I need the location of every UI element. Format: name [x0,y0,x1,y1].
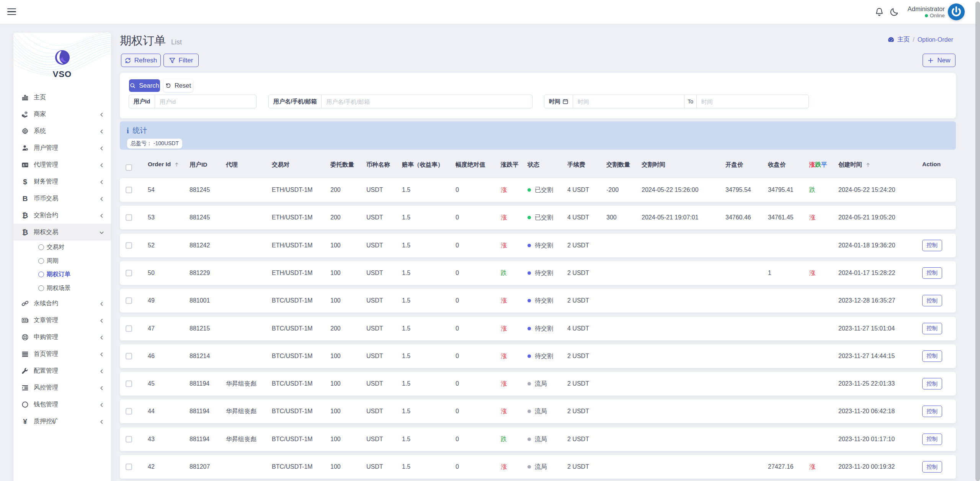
sidebar-item-14[interactable]: 配置管理 [13,362,111,379]
sidebar-item-10[interactable]: 永续合约 [13,295,111,312]
row-checkbox[interactable] [126,298,132,304]
filter-time-label: 时间 [549,98,560,105]
cell-coin: USDT [366,353,383,360]
letter-b-icon: B [21,195,29,202]
row-checkbox[interactable] [126,408,132,415]
control-button[interactable]: 控制 [922,267,942,279]
cell-pair: ETH/USDT-1M [272,214,313,221]
cell-odds: 1.5 [402,297,410,304]
sidebar-item-1[interactable]: 主页 [13,89,111,106]
sidebar-subitem-周期[interactable]: 周期 [13,254,111,268]
status-dot [528,465,531,469]
cell-odds: 1.5 [402,214,410,221]
sidebar-subitem-交易对[interactable]: 交易对 [13,240,111,254]
row-checkbox[interactable] [126,242,132,249]
cell-close_price: 34761.45 [768,214,794,221]
cell-order_id: 50 [148,270,155,276]
sidebar-item-16[interactable]: 钱包管理 [13,396,111,413]
row-checkbox[interactable] [126,381,132,387]
order-row-43: 43881194华昇组丧彪BTC/USDT-1M100USDT1.50跌流局2 … [120,427,956,451]
hamburger-menu-button[interactable] [7,8,16,16]
refresh-button[interactable]: Refresh [121,54,161,67]
row-checkbox[interactable] [126,187,132,193]
sidebar-item-label: 质押挖矿 [34,417,58,425]
cell-amount: 100 [330,353,341,360]
new-button[interactable]: New [923,54,956,67]
notifications-bell-icon[interactable] [874,7,884,17]
row-checkbox[interactable] [126,325,132,332]
sidebar-item-2[interactable]: 商家 [13,106,111,123]
control-button[interactable]: 控制 [922,378,942,389]
sidebar-item-label: 首页管理 [34,350,58,358]
sidebar-item-6[interactable]: $财务管理 [13,173,111,190]
reset-icon [165,83,171,88]
row-checkbox[interactable] [126,270,132,276]
cell-coin: USDT [366,463,383,470]
user-avatar[interactable] [948,3,965,20]
cell-fee: 4 USDT [567,187,589,193]
column-header-created[interactable]: 创建时间 [838,161,871,169]
sidebar-item-15[interactable]: 风控管理 [13,379,111,396]
control-button[interactable]: 控制 [922,350,942,362]
cell-user_id: 881229 [189,270,210,276]
sidebar-item-12[interactable]: 申购管理 [13,329,111,345]
row-checkbox[interactable] [126,436,132,442]
control-button[interactable]: 控制 [922,406,942,417]
cell-agent: 华昇组丧彪 [226,407,256,416]
control-button[interactable]: 控制 [922,295,942,306]
cell-delivery_qty: 300 [606,214,617,221]
cell-updown2: 涨 [809,269,815,277]
sidebar-item-label: 交割合约 [34,211,58,219]
chevron-left-icon [99,196,104,201]
column-header-user_id: 用户ID [189,161,207,169]
cell-status: 待交割 [535,269,553,277]
time-from-input[interactable] [573,95,684,108]
cell-updown: 涨 [501,214,507,222]
cell-open_price: 34795.54 [725,187,751,193]
sidebar-item-4[interactable]: 用户管理 [13,139,111,156]
cell-updown: 涨 [501,352,507,360]
cell-amplitude: 0 [456,408,459,415]
sidebar-item-3[interactable]: 系统 [13,123,111,139]
sidebar-item-13[interactable]: 首页管理 [13,345,111,362]
sidebar-item-8[interactable]: ₿交割合约 [13,207,111,224]
sidebar-subitem-期权订单[interactable]: 期权订单 [13,268,111,281]
cell-status: 流局 [535,407,547,416]
cell-amount: 100 [330,242,341,249]
cell-order_id: 46 [148,353,155,360]
breadcrumb-home-link[interactable]: 主页 [897,36,910,44]
search-button[interactable]: Search [129,79,160,92]
select-all-checkbox[interactable] [126,164,132,171]
sidebar-item-9[interactable]: ₿期权交易 [13,224,111,240]
cell-fee: 2 USDT [567,270,589,276]
status-dot [528,244,531,247]
sidebar-subitem-label: 周期 [47,257,59,265]
control-button[interactable]: 控制 [922,240,942,251]
filter-button[interactable]: Filter [163,54,199,67]
sidebar-item-label: 钱包管理 [34,401,58,409]
column-header-order_id[interactable]: Order Id [148,161,179,168]
time-to-input[interactable] [697,95,808,108]
sidebar-item-17[interactable]: ¥质押挖矿 [13,413,111,430]
cell-odds: 1.5 [402,187,410,193]
row-checkbox[interactable] [126,353,132,359]
control-button[interactable]: 控制 [922,461,942,473]
dark-mode-moon-icon[interactable] [889,7,899,17]
page-scrollbar[interactable] [975,2,980,481]
user-id-input[interactable] [155,95,256,108]
sidebar-item-7[interactable]: B币币交易 [13,190,111,207]
row-checkbox[interactable] [126,464,132,470]
sidebar-item-11[interactable]: 文章管理 [13,312,111,329]
control-button[interactable]: 控制 [922,323,942,334]
row-checkbox[interactable] [126,214,132,221]
control-button[interactable]: 控制 [922,434,942,445]
bars-icon [21,350,29,358]
reset-button[interactable]: Reset [163,79,193,92]
cell-pair: BTC/USDT-1M [272,325,313,332]
sidebar-item-5[interactable]: 代理管理 [13,156,111,173]
account-input[interactable] [322,95,532,108]
status-dot [528,410,531,413]
sidebar-subitem-期权场景[interactable]: 期权场景 [13,281,111,295]
cell-coin: USDT [366,436,383,443]
bitcoin-icon: ₿ [21,212,29,219]
